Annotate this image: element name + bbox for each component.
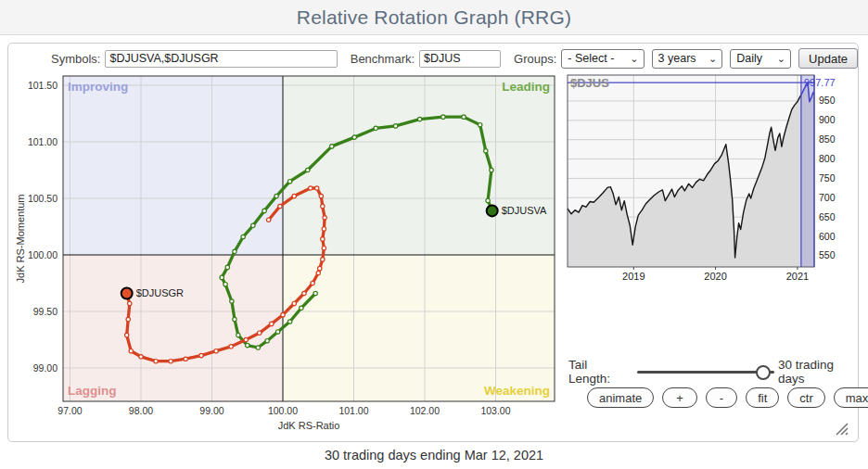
marker-djusgr[interactable] xyxy=(121,287,133,298)
svg-text:99.00: 99.00 xyxy=(199,405,223,416)
symbols-label: Symbols: xyxy=(51,52,100,66)
svg-text:800: 800 xyxy=(819,153,836,164)
tail-length-slider[interactable] xyxy=(637,366,771,378)
app-header: Relative Rotation Graph (RRG) xyxy=(0,0,868,35)
tail-length-control: Tail Length: 30 trading days xyxy=(568,358,858,386)
max-button[interactable]: max xyxy=(834,387,868,408)
frequency-select-value: Daily xyxy=(736,52,762,65)
svg-text:650: 650 xyxy=(819,211,836,222)
svg-text:101.50: 101.50 xyxy=(28,80,57,91)
quadrant-label-leading: Leading xyxy=(502,80,550,94)
plus-button[interactable]: + xyxy=(662,387,697,408)
animate-button[interactable]: animate xyxy=(587,387,654,408)
chevron-down-icon: ⌄ xyxy=(701,54,717,63)
svg-text:700: 700 xyxy=(819,192,836,203)
date-range-highlight[interactable] xyxy=(801,75,814,267)
symbols-input[interactable] xyxy=(105,50,337,68)
ctr-button[interactable]: ctr xyxy=(787,387,824,408)
marker-label: $DJUSGR xyxy=(136,287,184,298)
svg-text:97.00: 97.00 xyxy=(57,405,82,416)
svg-text:99.00: 99.00 xyxy=(33,362,57,374)
page-title: Relative Rotation Graph (RRG) xyxy=(297,6,571,29)
marker-djusva[interactable] xyxy=(487,205,498,216)
benchmark-label: Benchmark: xyxy=(351,52,415,66)
resize-handle-icon[interactable] xyxy=(834,421,850,436)
fit-button[interactable]: fit xyxy=(746,387,779,408)
svg-text:950: 950 xyxy=(819,95,836,106)
slider-track[interactable] xyxy=(637,371,774,374)
svg-text:103.00: 103.00 xyxy=(480,405,510,416)
marker-label: $DJUSVA xyxy=(502,205,547,216)
svg-text:98.00: 98.00 xyxy=(129,405,153,416)
svg-text:750: 750 xyxy=(819,172,836,184)
svg-text:102.00: 102.00 xyxy=(410,405,440,416)
toolbar: Symbols: Benchmark: Groups: - Select - ⌄… xyxy=(8,47,858,70)
chart-buttons: animate+-fitctrmax xyxy=(587,387,868,408)
svg-text:2021: 2021 xyxy=(786,271,809,282)
svg-text:900: 900 xyxy=(819,114,836,125)
period-select[interactable]: 3 years ⌄ xyxy=(652,49,723,69)
svg-text:2020: 2020 xyxy=(704,271,726,282)
tail-length-value: 30 trading days xyxy=(778,358,858,386)
groups-select-value: - Select - xyxy=(568,52,614,65)
svg-text:101.00: 101.00 xyxy=(28,136,57,147)
svg-text:850: 850 xyxy=(819,133,836,145)
groups-select[interactable]: - Select - ⌄ xyxy=(561,49,644,69)
x-axis-title: JdK RS-Ratio xyxy=(278,420,340,431)
svg-text:100.00: 100.00 xyxy=(268,405,298,416)
slider-thumb[interactable] xyxy=(756,365,771,380)
quadrant-lagging xyxy=(63,255,283,401)
chevron-down-icon: ⌄ xyxy=(770,54,785,63)
y-axis-title: JdK RS-Momentum xyxy=(15,195,26,284)
groups-label: Groups: xyxy=(514,52,556,66)
frequency-select[interactable]: Daily ⌄ xyxy=(730,49,791,69)
quadrant-label-weakening: Weakening xyxy=(484,384,550,398)
quadrant-label-improving: Improving xyxy=(68,80,128,94)
svg-text:101.00: 101.00 xyxy=(338,405,368,416)
benchmark-price-chart[interactable]: 997.77$DJUS95090085080075070065060055020… xyxy=(567,72,856,285)
rrg-chart[interactable]: ImprovingLeadingLaggingWeakening$DJUSVA$… xyxy=(11,70,564,439)
footer-caption: 30 trading days ending Mar 12, 2021 xyxy=(0,448,868,463)
quadrant-weakening xyxy=(283,255,555,401)
svg-text:99.50: 99.50 xyxy=(33,306,57,317)
quadrant-label-lagging: Lagging xyxy=(68,384,117,398)
chevron-down-icon: ⌄ xyxy=(622,54,638,63)
update-button[interactable]: Update xyxy=(798,48,858,69)
minus-button[interactable]: - xyxy=(706,387,737,408)
period-select-value: 3 years xyxy=(658,52,696,65)
svg-text:2019: 2019 xyxy=(622,271,645,282)
main-panel: Symbols: Benchmark: Groups: - Select - ⌄… xyxy=(7,43,859,442)
benchmark-input[interactable] xyxy=(419,50,501,68)
tail-length-label: Tail Length: xyxy=(568,358,628,386)
last-value-label: 997.77 xyxy=(804,77,836,88)
svg-text:100.50: 100.50 xyxy=(28,193,57,204)
price-chart-symbol: $DJUS xyxy=(570,76,609,90)
svg-text:600: 600 xyxy=(819,231,836,242)
svg-text:550: 550 xyxy=(819,249,836,260)
svg-text:100.00: 100.00 xyxy=(28,249,57,260)
